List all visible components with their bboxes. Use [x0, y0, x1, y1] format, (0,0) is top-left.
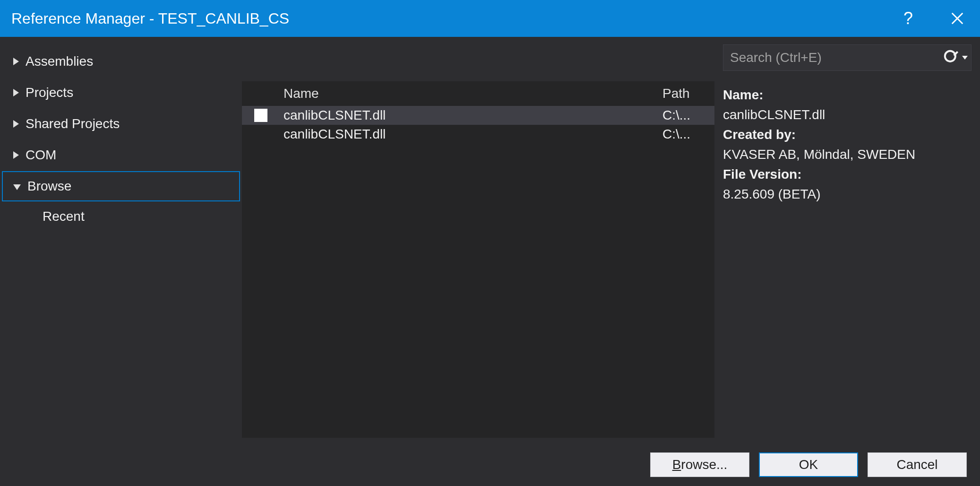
close-button[interactable] [946, 7, 969, 30]
detail-version-value: 8.25.609 (BETA) [723, 187, 820, 201]
detail-createdby-value: KVASER AB, Mölndal, SWEDEN [723, 147, 915, 162]
browse-accel: B [672, 457, 681, 472]
checkbox-icon [254, 109, 267, 122]
sidebar-item-label: Browse [27, 179, 71, 194]
sidebar-item-browse[interactable]: Browse [2, 171, 240, 201]
sidebar-item-com[interactable]: COM [2, 140, 240, 170]
list-header: Name Path [242, 81, 714, 106]
row-checkbox[interactable] [242, 109, 280, 122]
chevron-right-icon [13, 89, 19, 96]
column-check [242, 86, 280, 101]
details: Name: canlibCLSNET.dll Created by: KVASE… [723, 85, 971, 204]
chevron-right-icon [13, 151, 19, 159]
cancel-button[interactable]: Cancel [868, 452, 967, 477]
title-controls: ? [897, 7, 969, 30]
sidebar-item-assemblies[interactable]: Assemblies [2, 46, 240, 77]
browse-rest: rowse... [681, 457, 727, 472]
column-header-name[interactable]: Name [280, 86, 662, 101]
svg-point-2 [945, 51, 955, 61]
search-input[interactable] [723, 50, 943, 65]
sidebar-item-shared-projects[interactable]: Shared Projects [2, 109, 240, 139]
detail-version-label: File Version: [723, 167, 802, 182]
table-row[interactable]: canlibCLSNET.dll C:\... [242, 125, 714, 144]
search-dropdown[interactable] [962, 56, 971, 60]
table-row[interactable]: canlibCLSNET.dll C:\... [242, 106, 714, 125]
chevron-right-icon [13, 58, 19, 65]
help-icon: ? [903, 9, 913, 28]
sidebar-item-label: Shared Projects [26, 116, 120, 131]
detail-name-label: Name: [723, 87, 764, 102]
ok-button[interactable]: OK [759, 452, 858, 477]
titlebar: Reference Manager - TEST_CANLIB_CS ? [0, 0, 980, 37]
chevron-right-icon [13, 120, 19, 128]
dialog-footer: Browse... OK Cancel [0, 443, 980, 486]
help-button[interactable]: ? [897, 7, 920, 30]
close-icon [950, 11, 964, 26]
search-box[interactable] [723, 44, 971, 71]
row-name: canlibCLSNET.dll [280, 127, 662, 142]
detail-createdby-label: Created by: [723, 127, 796, 142]
chevron-down-icon [962, 56, 968, 60]
reference-list: Name Path canlibCLSNET.dll C:\... canlib… [242, 81, 714, 438]
dialog-body: Assemblies Projects Shared Projects COM … [0, 37, 980, 443]
sidebar-item-label: COM [26, 148, 56, 163]
row-path: C:\... [662, 108, 714, 123]
search-icon[interactable] [943, 49, 961, 67]
details-panel: Name: canlibCLSNET.dll Created by: KVASE… [714, 37, 980, 443]
sidebar-item-projects[interactable]: Projects [2, 78, 240, 108]
sidebar-subitem-recent[interactable]: Recent [0, 202, 242, 231]
chevron-down-icon [13, 184, 21, 190]
sidebar-item-label: Projects [26, 85, 73, 100]
browse-button[interactable]: Browse... [650, 452, 749, 477]
sidebar: Assemblies Projects Shared Projects COM … [0, 37, 242, 443]
detail-name-value: canlibCLSNET.dll [723, 107, 825, 122]
row-name: canlibCLSNET.dll [280, 108, 662, 123]
row-path: C:\... [662, 127, 714, 142]
sidebar-item-label: Assemblies [26, 54, 93, 69]
column-header-path[interactable]: Path [662, 86, 714, 101]
sidebar-subitem-label: Recent [43, 209, 85, 224]
window-title: Reference Manager - TEST_CANLIB_CS [11, 10, 897, 27]
